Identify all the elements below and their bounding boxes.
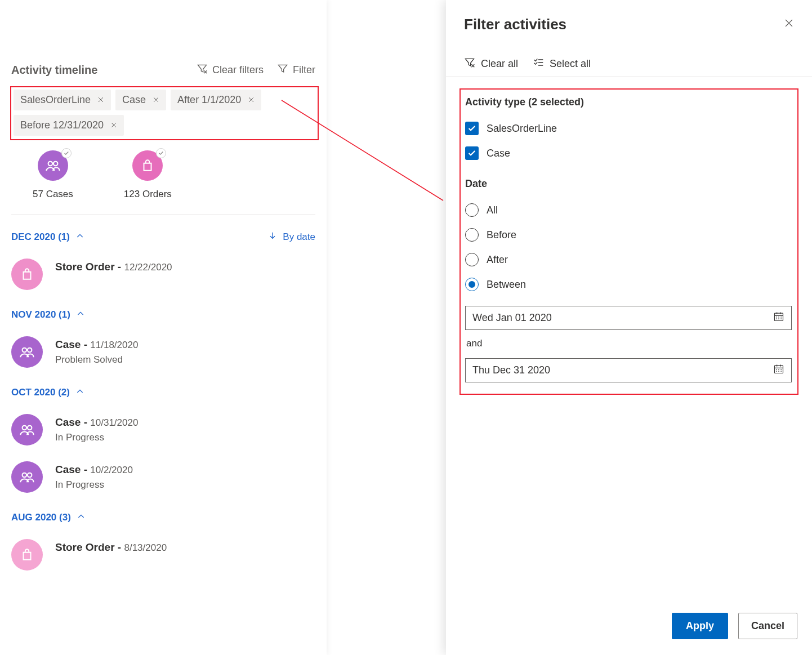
filter-activities-panel: Filter activities Clear all Select all <box>446 0 812 655</box>
group-title: DEC 2020 (1) <box>11 231 70 243</box>
activity-type-checkbox[interactable]: Case <box>465 141 792 166</box>
filter-chip[interactable]: SalesOrderLine <box>14 90 111 110</box>
activity-row[interactable]: Case - 11/18/2020Problem Solved <box>0 324 327 371</box>
activity-timeline-panel: Activity timeline Clear filters Filter S… <box>0 0 327 655</box>
date-to-value: Thu Dec 31 2020 <box>472 364 550 376</box>
panel-header: Filter activities <box>446 0 812 40</box>
clear-filters-label: Clear filters <box>212 64 264 76</box>
check-badge-icon <box>61 148 72 158</box>
chip-remove-icon[interactable] <box>97 95 104 105</box>
date-and-text: and <box>466 338 792 349</box>
group-header[interactable]: NOV 2020 (1) <box>0 293 327 324</box>
chip-label: After 1/1/2020 <box>177 94 241 106</box>
activity-row[interactable]: Store Order - 8/13/2020 <box>0 527 327 574</box>
chip-remove-icon[interactable] <box>153 95 159 105</box>
group-header[interactable]: AUG 2020 (3) <box>0 496 327 527</box>
funnel-clear-icon <box>197 63 208 77</box>
activity-icon-circle <box>11 414 43 445</box>
close-button[interactable] <box>784 18 794 31</box>
radio-label: After <box>487 254 508 266</box>
summary-label: 57 Cases <box>33 189 73 200</box>
select-all-button[interactable]: Select all <box>533 57 591 71</box>
activity-title: Store Order - 8/13/2020 <box>55 541 167 554</box>
filter-chip[interactable]: After 1/1/2020 <box>171 90 261 110</box>
activity-icon-circle <box>11 259 43 290</box>
group-header[interactable]: DEC 2020 (1)By date <box>0 215 327 246</box>
activity-title: Case - 10/2/2020 <box>55 464 133 476</box>
date-option-radio[interactable]: After <box>465 247 792 272</box>
activity-type-list: SalesOrderLineCase <box>465 116 792 166</box>
arrow-down-icon <box>268 231 277 243</box>
chip-label: Case <box>122 94 146 106</box>
checkbox-icon <box>465 122 479 135</box>
calendar-icon <box>773 311 784 325</box>
activity-row[interactable]: Case - 10/2/2020In Progress <box>0 449 327 496</box>
panel-footer: Apply Cancel <box>446 613 812 655</box>
apply-button[interactable]: Apply <box>672 613 728 639</box>
filter-body: Activity type (2 selected) SalesOrderLin… <box>459 88 798 395</box>
filter-button[interactable]: Filter <box>277 63 315 77</box>
svg-point-4 <box>23 426 26 430</box>
date-option-radio[interactable]: All <box>465 198 792 222</box>
date-option-radio[interactable]: Before <box>465 222 792 247</box>
group-title: NOV 2020 (1) <box>11 309 70 320</box>
date-to-input[interactable]: Thu Dec 31 2020 <box>465 358 792 382</box>
radio-icon <box>465 203 479 217</box>
activity-subtitle: Problem Solved <box>55 354 138 366</box>
panel-title: Filter activities <box>464 16 784 33</box>
svg-point-6 <box>23 473 26 477</box>
clear-all-button[interactable]: Clear all <box>464 57 518 71</box>
checkbox-icon <box>465 146 479 160</box>
clear-all-label: Clear all <box>481 58 518 70</box>
radio-icon <box>465 228 479 242</box>
group-header[interactable]: OCT 2020 (2) <box>0 371 327 402</box>
sort-label: By date <box>283 231 315 243</box>
activity-title: Case - 11/18/2020 <box>55 338 138 351</box>
filter-chips-area: SalesOrderLineCaseAfter 1/1/2020Before 1… <box>10 86 319 140</box>
funnel-clear-icon <box>464 57 475 71</box>
activity-icon-circle <box>11 336 43 368</box>
activity-subtitle: In Progress <box>55 432 138 443</box>
radio-label: Before <box>487 229 516 241</box>
summary-item[interactable]: 57 Cases <box>33 150 73 200</box>
svg-point-0 <box>48 162 52 166</box>
filter-chip[interactable]: Before 12/31/2020 <box>14 115 124 136</box>
summary-label: 123 Orders <box>124 189 172 200</box>
activity-row[interactable]: Case - 10/31/2020In Progress <box>0 402 327 449</box>
svg-point-5 <box>28 426 32 430</box>
check-badge-icon <box>156 148 166 158</box>
activity-title: Store Order - 12/22/2020 <box>55 261 172 273</box>
group-title: OCT 2020 (2) <box>11 387 70 398</box>
activity-type-checkbox[interactable]: SalesOrderLine <box>465 116 792 141</box>
panel-actions: Clear all Select all <box>446 40 812 77</box>
date-title: Date <box>465 178 792 190</box>
checkbox-label: SalesOrderLine <box>487 123 557 135</box>
summary-circle <box>38 150 68 181</box>
chevron-up-icon <box>75 387 84 398</box>
chevron-up-icon <box>77 512 86 523</box>
svg-point-3 <box>28 348 32 352</box>
clear-filters-button[interactable]: Clear filters <box>197 63 264 77</box>
radio-label: All <box>487 204 498 216</box>
summary-item[interactable]: 123 Orders <box>124 150 172 200</box>
checkbox-label: Case <box>487 148 510 159</box>
chip-remove-icon[interactable] <box>248 95 255 105</box>
calendar-icon <box>773 363 784 377</box>
cancel-button[interactable]: Cancel <box>738 613 797 639</box>
sort-by-date-button[interactable]: By date <box>268 231 315 243</box>
timeline-header: Activity timeline Clear filters Filter <box>0 0 327 83</box>
svg-point-1 <box>53 162 57 166</box>
date-option-radio[interactable]: Between <box>465 272 792 297</box>
svg-point-2 <box>23 348 26 352</box>
activity-body: Store Order - 8/13/2020 <box>55 539 167 571</box>
filter-label: Filter <box>293 64 315 76</box>
activity-icon-circle <box>11 539 43 571</box>
group-title: AUG 2020 (3) <box>11 512 71 523</box>
date-from-input[interactable]: Wed Jan 01 2020 <box>465 306 792 330</box>
radio-label: Between <box>487 279 526 291</box>
summary-circle <box>132 150 163 181</box>
filter-chip[interactable]: Case <box>115 90 166 110</box>
activity-row[interactable]: Store Order - 12/22/2020 <box>0 246 327 293</box>
chip-remove-icon[interactable] <box>110 121 117 130</box>
radio-icon <box>465 278 479 291</box>
